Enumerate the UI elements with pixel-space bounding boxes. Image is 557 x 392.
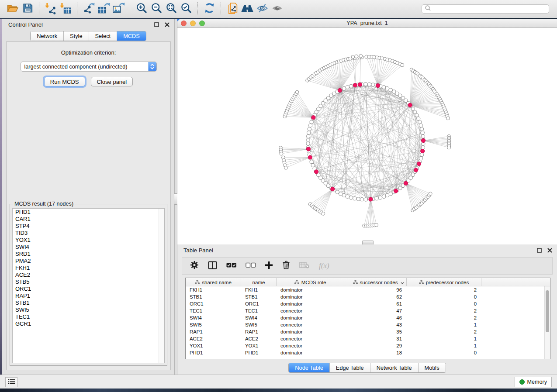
network-hub-node[interactable] xyxy=(338,88,342,92)
network-hub-node[interactable] xyxy=(311,116,315,120)
network-hub-node[interactable] xyxy=(421,149,425,153)
network-leaf-node[interactable] xyxy=(359,54,363,58)
network-leaf-node[interactable] xyxy=(351,55,355,58)
mcds-result-item[interactable]: SWI4 xyxy=(13,244,164,251)
mcds-result-item[interactable]: ORC1 xyxy=(13,285,164,292)
table-cell[interactable]: SWI5 xyxy=(186,322,241,327)
network-node[interactable] xyxy=(415,113,419,117)
tab-style[interactable]: Style xyxy=(64,31,89,41)
network-node[interactable] xyxy=(417,117,420,120)
table-cell[interactable]: connector xyxy=(277,336,344,341)
network-node[interactable] xyxy=(375,197,378,200)
network-node[interactable] xyxy=(308,124,312,127)
table-row[interactable]: SWI4SWI4dominator462 xyxy=(186,314,544,321)
network-hub-node[interactable] xyxy=(414,168,418,172)
optimization-criterion-select[interactable]: largest connected component (undirected) xyxy=(21,62,157,72)
deselect-all-button[interactable] xyxy=(246,260,256,272)
network-hub-node[interactable] xyxy=(408,103,412,107)
table-cell[interactable]: PHD1 xyxy=(241,350,277,355)
table-cell[interactable]: ORC1 xyxy=(186,301,241,306)
mcds-result-item[interactable]: YOX1 xyxy=(13,237,164,244)
network-node[interactable] xyxy=(308,127,311,131)
minimize-window-icon[interactable] xyxy=(190,21,196,26)
task-history-button[interactable] xyxy=(5,377,17,387)
zoom-fit-button[interactable] xyxy=(164,2,179,17)
network-node[interactable] xyxy=(364,83,367,86)
table-row[interactable]: SWI5SWI5connector431 xyxy=(186,321,544,328)
table-cell[interactable]: TEC1 xyxy=(186,308,241,313)
network-node[interactable] xyxy=(353,197,356,200)
table-cell[interactable]: STB1 xyxy=(186,294,241,299)
table-cell[interactable]: 1 xyxy=(407,336,481,341)
table-cell[interactable]: SWI5 xyxy=(241,322,277,327)
table-cell[interactable]: dominator xyxy=(277,315,344,320)
show-columns-button[interactable] xyxy=(208,260,217,272)
table-cell[interactable]: dominator xyxy=(277,287,344,292)
table-cell[interactable]: 18 xyxy=(344,350,407,355)
mcds-result-item[interactable]: TID3 xyxy=(13,230,164,237)
memory-button[interactable]: Memory xyxy=(515,377,552,387)
network-leaf-node[interactable] xyxy=(401,63,404,67)
table-row[interactable]: ORC1ORC1dominator610 xyxy=(186,300,544,307)
add-column-button[interactable] xyxy=(265,260,273,272)
network-node[interactable] xyxy=(306,142,310,145)
table-cell[interactable]: ORC1 xyxy=(241,301,277,306)
table-cell[interactable]: dominator xyxy=(277,329,344,334)
table-row[interactable]: YOX1YOX1connector291 xyxy=(186,342,544,349)
import-network-button[interactable] xyxy=(43,2,58,17)
mcds-result-item[interactable]: SWI5 xyxy=(13,306,164,313)
network-node[interactable] xyxy=(346,195,349,198)
scrollbar-thumb[interactable] xyxy=(546,290,549,332)
mcds-result-item[interactable]: STB5 xyxy=(13,279,164,285)
table-cell[interactable]: ACE2 xyxy=(241,336,277,341)
tab-edge-table[interactable]: Edge Table xyxy=(330,363,370,372)
table-cell[interactable]: SWI4 xyxy=(186,315,241,320)
column-header-successor-nodes[interactable]: successor nodes xyxy=(344,278,407,286)
table-cell[interactable]: 1 xyxy=(407,343,481,348)
table-cell[interactable]: dominator xyxy=(277,350,344,355)
network-node[interactable] xyxy=(371,83,375,86)
table-cell[interactable]: 2 xyxy=(407,329,481,334)
table-cell[interactable]: 2 xyxy=(407,287,481,292)
export-network-button[interactable] xyxy=(81,2,96,17)
table-cell[interactable]: PHD1 xyxy=(186,350,241,355)
network-node[interactable] xyxy=(339,192,343,196)
table-cell[interactable]: 43 xyxy=(344,322,407,327)
table-cell[interactable]: 0 xyxy=(407,294,481,299)
network-node[interactable] xyxy=(382,86,386,89)
mcds-result-item[interactable]: ACE2 xyxy=(13,272,164,279)
table-cell[interactable]: ACE2 xyxy=(186,336,241,341)
network-node[interactable] xyxy=(311,163,315,167)
table-cell[interactable]: RAP1 xyxy=(186,329,241,334)
table-cell[interactable]: STB1 xyxy=(241,294,277,299)
table-cell[interactable]: FKH1 xyxy=(186,287,241,292)
table-cell[interactable]: 96 xyxy=(344,287,407,292)
network-node[interactable] xyxy=(360,198,363,201)
column-header-MCDS-role[interactable]: MCDS role xyxy=(277,278,344,286)
table-cell[interactable]: 29 xyxy=(344,343,407,348)
refresh-button[interactable] xyxy=(202,2,217,17)
zoom-in-button[interactable] xyxy=(134,2,149,17)
run-mcds-button[interactable]: Run MCDS xyxy=(44,77,85,86)
table-row[interactable]: STB1STB1dominator620 xyxy=(186,293,544,300)
show-elements-button[interactable] xyxy=(270,2,284,17)
network-node[interactable] xyxy=(342,87,346,90)
network-node[interactable] xyxy=(310,120,313,124)
table-cell[interactable]: dominator xyxy=(277,294,344,299)
network-node[interactable] xyxy=(385,193,389,197)
mcds-result-item[interactable]: PHD1 xyxy=(13,209,164,216)
mcds-result-item[interactable]: TEC1 xyxy=(13,313,164,320)
tab-network-table[interactable]: Network Table xyxy=(370,363,419,372)
network-hub-node[interactable] xyxy=(358,83,362,86)
network-node[interactable] xyxy=(389,192,392,196)
network-leaf-node[interactable] xyxy=(447,146,451,149)
network-node[interactable] xyxy=(420,127,424,131)
network-leaf-node[interactable] xyxy=(322,212,325,216)
table-cell[interactable]: 62 xyxy=(344,294,407,299)
search-field[interactable] xyxy=(422,4,549,14)
zoom-out-button[interactable] xyxy=(149,2,164,17)
mcds-result-item[interactable]: GCR1 xyxy=(13,320,164,327)
table-cell[interactable]: 61 xyxy=(344,301,407,306)
network-leaf-node[interactable] xyxy=(429,192,432,196)
tab-motifs[interactable]: Motifs xyxy=(419,363,446,372)
